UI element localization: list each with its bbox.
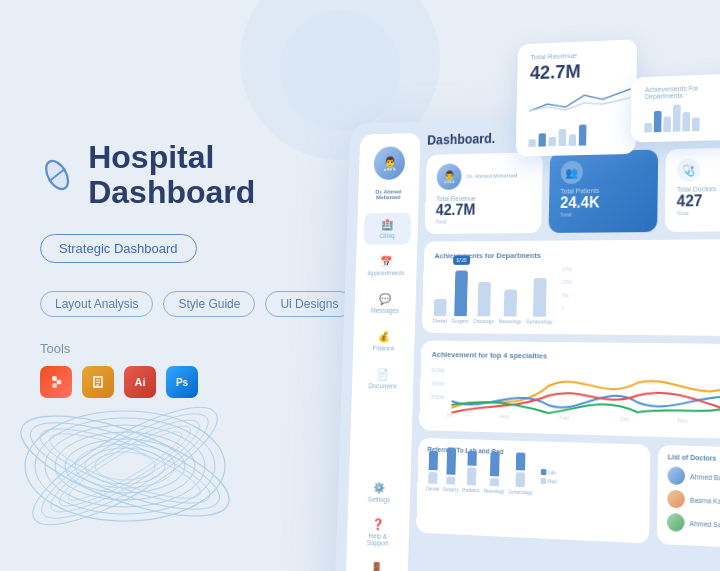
doctors-list-title: List of Doctors <box>668 453 720 463</box>
revenue-stat-card: 👨‍⚕️ Dr. Ahmed Mohamed Total Revenue 42.… <box>425 152 543 234</box>
specialties-chart-title: Achievement for top 4 specialties <box>432 350 720 363</box>
ref-bar-surgery: Surgery <box>443 447 460 492</box>
sidebar-item-settings[interactable]: ⚙️ Settings <box>355 475 403 510</box>
db-main-content: Dashboard. Monthly 👨‍⚕️ Dr. Ahmed Mohame… <box>414 123 720 571</box>
specialties-chart-card: Achievement for top 4 specialties 500k 3… <box>419 340 720 440</box>
floating-achievements-label: Achievements For Departments <box>645 84 720 100</box>
pill-icon <box>40 156 74 194</box>
dashboard-card: 👨‍⚕️ Dr. Ahmed Mohamed 🏥 Cliniq 📅 Appoin… <box>334 111 720 571</box>
bar-dental: Dental <box>433 299 448 324</box>
doctors-value: 427 <box>677 191 720 210</box>
doctors-sub: Total <box>676 209 720 216</box>
bar-surgery: $72B Surgery <box>451 271 470 324</box>
ring-decoration <box>10 381 240 551</box>
sidebar-item-document[interactable]: 📄 Document <box>359 362 407 395</box>
doctor-item-1: Ahmed Baker <box>667 466 720 488</box>
patients-icon: 👥 <box>560 161 583 184</box>
patients-sub: Total <box>560 211 646 218</box>
departments-chart-card: Achievements for Departments Top 4 ▼ Den… <box>422 239 720 336</box>
logo-area: Hospital Dashboard <box>40 140 360 210</box>
doctors-icon: 🩺 <box>677 158 700 182</box>
ref-bar-neurology: Neurology <box>484 451 506 494</box>
doctor-item-3: Ahmed Salem <box>667 513 720 536</box>
floating-revenue-value: 42.7M <box>530 60 624 82</box>
svg-point-13 <box>95 452 155 480</box>
db-bottom-row: Referrals To Lab and Rad Dental Surgery <box>416 438 720 550</box>
db-title: Dashboard. <box>427 131 495 148</box>
db-sidebar: 👨‍⚕️ Dr. Ahmed Mohamed 🏥 Cliniq 📅 Appoin… <box>345 133 421 571</box>
revenue-value: 42.7M <box>436 201 531 219</box>
doctor-name-label: Dr. Ahmed Mohamed <box>467 173 518 180</box>
svg-text:Sep: Sep <box>559 415 569 421</box>
layout-analysis-badge[interactable]: Layout Analysis <box>40 291 153 317</box>
patients-value: 24.4K <box>560 193 646 212</box>
svg-text:Oct: Oct <box>620 416 629 422</box>
bar-gynecology: Gynecology <box>526 278 554 324</box>
svg-point-11 <box>75 444 175 488</box>
bar-oncology: Oncology <box>473 282 495 324</box>
sidebar-item-messages[interactable]: 💬 Messages <box>361 287 409 319</box>
strategic-dashboard-badge[interactable]: Strategic Dashboard <box>40 234 197 263</box>
bar-neurology: Neurology <box>498 290 522 325</box>
floating-achievements-card: Achievements For Departments <box>631 73 720 142</box>
svg-text:500k: 500k <box>431 366 446 373</box>
svg-point-9 <box>55 432 195 500</box>
db-stats-row: 👨‍⚕️ Dr. Ahmed Mohamed Total Revenue 42.… <box>425 147 720 234</box>
revenue-sub: Total <box>435 218 530 225</box>
profile-avatar: 👨‍⚕️ <box>436 163 461 190</box>
referrals-chart-card: Referrals To Lab and Rad Dental Surgery <box>416 438 650 544</box>
dashboard-mockup: Total Revenue 42.7M Achievements For Dep… <box>303 25 720 544</box>
doctors-stat-card: 🩺 Total Doctors 427 Total <box>665 147 720 232</box>
ref-bar-pediatric: Pediatric <box>462 451 481 494</box>
style-guide-badge[interactable]: Style Guide <box>163 291 255 317</box>
svg-text:350k: 350k <box>431 380 446 387</box>
svg-text:Aug: Aug <box>499 413 509 419</box>
doctors-list-card: List of Doctors Ahmed Baker Basma Kassem… <box>657 445 720 550</box>
svg-text:Jul: Jul <box>446 412 453 418</box>
doctor-item-2: Basma Kassem <box>667 490 720 512</box>
sidebar-item-appointments[interactable]: 📅 Appointments <box>362 250 410 282</box>
svg-text:250k: 250k <box>431 393 446 400</box>
ref-bar-gynecology: Gynecology <box>508 452 533 495</box>
ref-bar-dental: Dental <box>426 451 440 492</box>
sidebar-item-logout[interactable]: 🚪 Logout <box>352 555 401 571</box>
floating-revenue-card: Total Revenue 42.7M <box>516 39 638 156</box>
svg-point-20 <box>21 405 228 526</box>
patients-stat-card: 👥 Total Patients 24.4K Total <box>548 149 658 232</box>
sidebar-item-help[interactable]: ❓ Help & Support <box>354 511 403 553</box>
departments-chart-title: Achievements for Departments <box>434 251 541 260</box>
db-user-avatar: 👨‍⚕️ <box>373 146 405 180</box>
sidebar-item-cliniq[interactable]: 🏥 Cliniq <box>364 213 412 245</box>
sidebar-item-finance[interactable]: 💰 Finance <box>360 325 408 358</box>
svg-point-16 <box>41 406 208 526</box>
svg-text:Nov: Nov <box>677 417 688 423</box>
